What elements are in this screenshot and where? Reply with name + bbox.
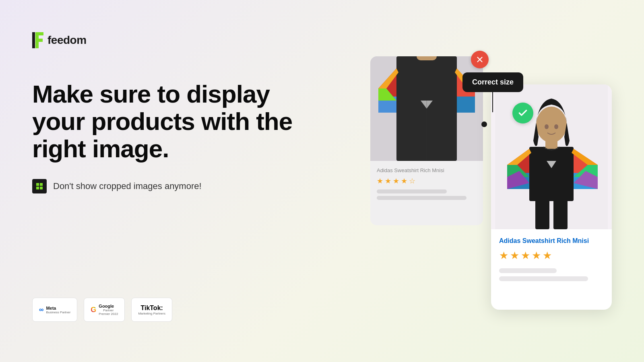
svg-rect-12 bbox=[535, 197, 549, 229]
svg-rect-14 bbox=[529, 147, 574, 201]
star-good-1: ★ bbox=[499, 249, 508, 262]
feature-icon bbox=[32, 179, 47, 193]
google-name: Google bbox=[99, 304, 118, 309]
tiktok-partner-badge: TikTok: Marketing Partners bbox=[131, 298, 172, 322]
star-good-4: ★ bbox=[532, 249, 541, 262]
svg-point-17 bbox=[545, 124, 549, 129]
text-bar-2 bbox=[377, 196, 466, 200]
correct-size-tooltip: Correct size bbox=[462, 72, 523, 92]
partners-area: ∞ Meta Business Partner G Google Partner… bbox=[32, 298, 172, 322]
svg-rect-9 bbox=[417, 56, 437, 60]
headline: Make sure to display your products with … bbox=[32, 80, 292, 163]
headline-line2: your products with the bbox=[32, 107, 292, 135]
star-good-3: ★ bbox=[521, 249, 530, 262]
logo-area: feedom bbox=[32, 32, 87, 48]
star-good-2: ★ bbox=[510, 249, 519, 262]
logo-icon bbox=[32, 32, 43, 48]
svg-point-18 bbox=[554, 124, 558, 129]
star-2: ★ bbox=[385, 177, 391, 185]
cards-area: Correct size bbox=[370, 32, 612, 330]
svg-rect-0 bbox=[32, 32, 35, 48]
star-5: ☆ bbox=[409, 177, 415, 185]
svg-point-16 bbox=[536, 107, 567, 143]
meta-icon: ∞ bbox=[39, 306, 43, 313]
tiktok-sub: Marketing Partners bbox=[138, 312, 165, 315]
bad-card-stars: ★ ★ ★ ★ ☆ bbox=[377, 177, 477, 185]
text-bar-good-2 bbox=[499, 276, 588, 281]
svg-rect-1 bbox=[36, 183, 39, 186]
svg-rect-4 bbox=[40, 187, 43, 189]
logo-text: feedom bbox=[47, 34, 87, 47]
meta-partner-badge: ∞ Meta Business Partner bbox=[32, 298, 77, 322]
connector-dot bbox=[481, 121, 487, 127]
headline-line3: right image. bbox=[32, 135, 169, 162]
svg-rect-13 bbox=[553, 197, 568, 229]
star-1: ★ bbox=[377, 177, 383, 185]
good-card-info: Adidas Sweatshirt Rich Mnisi ★ ★ ★ ★ ★ bbox=[491, 229, 612, 292]
google-partner-badge: G Google PartnerPremier 2022 bbox=[84, 298, 125, 322]
google-icon: G bbox=[91, 306, 96, 314]
headline-line1: Make sure to display bbox=[32, 80, 270, 108]
good-card-title: Adidas Sweatshirt Rich Mnisi bbox=[499, 237, 604, 245]
google-sub: PartnerPremier 2022 bbox=[99, 309, 118, 316]
star-4: ★ bbox=[401, 177, 407, 185]
bad-card-title: Adidas Sweatshirt Rich Mnisi bbox=[377, 167, 477, 173]
tiktok-icon: TikTok: bbox=[140, 304, 163, 312]
bad-product-image bbox=[370, 56, 483, 161]
good-product-image bbox=[491, 84, 612, 229]
svg-rect-2 bbox=[40, 183, 43, 186]
meta-sub: Business Partner bbox=[46, 311, 70, 314]
bad-card-info: Adidas Sweatshirt Rich Mnisi ★ ★ ★ ★ ☆ bbox=[370, 161, 483, 209]
card-good: Adidas Sweatshirt Rich Mnisi ★ ★ ★ ★ ★ bbox=[491, 84, 612, 310]
text-bar-good-1 bbox=[499, 268, 557, 273]
feature-text: Don't show cropped images anymore! bbox=[53, 181, 202, 191]
star-3: ★ bbox=[393, 177, 399, 185]
check-button[interactable] bbox=[512, 103, 533, 123]
star-good-5: ★ bbox=[543, 249, 552, 262]
left-content: Make sure to display your products with … bbox=[32, 80, 292, 193]
svg-rect-3 bbox=[36, 187, 39, 189]
feature-line: Don't show cropped images anymore! bbox=[32, 179, 292, 193]
text-bar-1 bbox=[377, 189, 447, 193]
good-card-stars: ★ ★ ★ ★ ★ bbox=[499, 249, 604, 262]
meta-name: Meta bbox=[46, 306, 70, 311]
x-button[interactable] bbox=[471, 51, 489, 68]
